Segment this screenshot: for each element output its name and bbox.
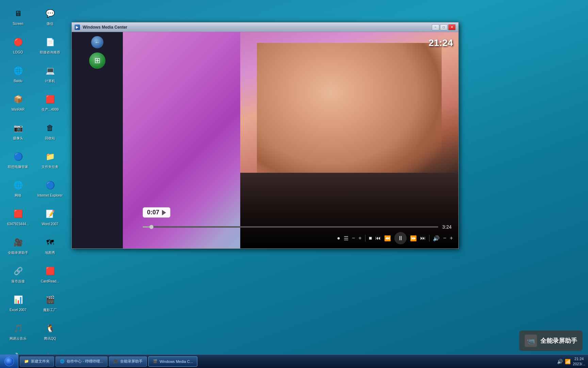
desktop-icon-doc[interactable]: 📄 联接咨询推荐 [35,31,65,59]
icon-image-doc: 📄 [43,35,57,49]
progress-bar-area[interactable]: 3:24 [143,224,452,230]
icon-image-net: 🌐 [11,179,25,192]
icon-label-app634: 6347923444... [7,222,29,226]
desktop-icon-connect[interactable]: 🔗 落市连接 [3,260,33,288]
icon-image-connect: 🔗 [11,264,25,278]
wmc-sidebar: ← ⊞ [72,32,123,248]
desktop-icon-baidu[interactable]: 🌐 Baidu [3,60,33,87]
bullet-button[interactable]: ● [337,235,340,241]
wmc-titlebar: ▶ Windows Media Center − □ ✕ [72,22,458,32]
taskbar-item-screenrec-icon: 🎥 [113,359,118,364]
rewind-button[interactable]: ⏮ [375,235,381,241]
desktop-icon-folder1[interactable]: 📁 文件夹任务 [35,146,65,173]
desktop-icon-net[interactable]: 🌐 网络 [3,174,33,202]
taskbar-tray: 🔊 📶 21:24 2023/... [554,355,588,368]
desktop-icon-map[interactable]: 🗺 地图秀 [35,232,65,259]
progress-bar-track[interactable] [143,226,438,228]
list-button[interactable]: ☰ [344,235,348,242]
wmc-body: ← ⊞ 21:24 0:07 [72,32,458,248]
tray-volume-icon: 📶 [565,359,571,364]
desktop-icon-logo[interactable]: 🔴 LOGO [3,31,33,59]
wmc-home-button[interactable]: ⊞ [89,52,105,69]
video-frame: 21:24 0:07 3:24 [123,32,458,248]
desktop-icon-word[interactable]: 📝 Word 2007 [35,203,65,230]
desktop-icon-pcmanager[interactable]: 🔵 联想电脑管家 [3,146,33,173]
icon-image-winrar: 📦 [11,93,25,106]
video-time-overlay: 21:24 [428,37,453,48]
desktop-icon-ie[interactable]: 🔵 Internet Explorer [35,174,65,202]
volume-up-button[interactable]: + [450,235,453,241]
zoom-out-button[interactable]: − [352,235,355,241]
taskbar-item-newfolder[interactable]: 📁 新建文件夹 [20,356,54,367]
desktop-icon-music163[interactable]: 🎵 网易云音乐 [3,318,33,345]
wmc-minimize-button[interactable]: − [432,24,439,30]
wmc-back-button[interactable]: ← [91,36,103,48]
taskbar-items: 📁 新建文件夹 🌐 创作中心 - 哔哩哔哩... 🎥 全能录屏助手 🎬 Wind… [18,355,554,368]
play-icon [162,210,166,215]
taskbar-item-ie-icon: 🌐 [60,359,65,364]
icon-image-app634: 🟥 [11,207,25,221]
icon-image-computer: 💻 [43,64,57,78]
desktop-icon-weixin[interactable]: 💬 微信 [35,3,65,30]
forward-button[interactable]: ⏭ [420,235,426,241]
icon-label-pcmanager: 联想电脑管家 [8,165,28,169]
icon-label-music163: 网易云音乐 [10,337,27,341]
taskbar-item-wmc-icon: 🎬 [153,359,158,364]
progress-bar-thumb[interactable] [149,225,153,229]
desktop-icons-container: 🖥 Screen 💬 微信 🔴 LOGO 📄 联接咨询推荐 🌐 Baidu 💻 … [0,0,71,286]
icon-image-music163: 🎵 [11,322,25,335]
stop-button[interactable]: ■ [369,235,372,241]
volume-icon: 🔊 [433,235,440,242]
divider-1 [365,235,365,242]
desktop-icon-qq[interactable]: 🐧 腾讯QQ [35,318,65,345]
desktop-icon-app4[interactable]: 🟥 生产...4999 [35,89,65,116]
icon-label-winrar: WinRAR [12,108,24,112]
taskbar-item-ie[interactable]: 🌐 创作中心 - 哔哩哔哩... [55,356,108,367]
desktop-icon-screen[interactable]: 🖥 Screen [3,3,33,30]
taskbar-item-wmc-label: Windows Media C... [160,359,193,364]
tray-date-display: 2023/... [573,362,585,366]
wmc-window-icon: ▶ [75,25,80,30]
icon-image-logo: 🔴 [11,35,25,49]
watermark: 📹 全能录屏助手 [519,331,583,351]
end-time-display: 3:24 [442,224,452,230]
icon-label-computer: 计算机 [45,79,55,83]
volume-down-button[interactable]: − [443,235,446,241]
taskbar: 📁 新建文件夹 🌐 创作中心 - 哔哩哔哩... 🎥 全能录屏助手 🎬 Wind… [0,354,588,368]
start-button[interactable] [0,355,18,368]
icon-image-ie: 🔵 [43,179,57,192]
desktop-icon-excel[interactable]: 📊 Excel 2007 [3,289,33,316]
taskbar-item-ie-label: 创作中心 - 哔哩哔哩... [67,359,103,364]
wmc-maximize-button[interactable]: □ [440,24,447,30]
watermark-icon: 📹 [525,335,537,347]
icon-label-cardread: CardRead... [41,279,59,283]
taskbar-item-newfolder-icon: 📁 [24,359,29,364]
icon-image-magic: 🎬 [43,293,57,307]
icon-label-excel: Excel 2007 [10,308,26,312]
desktop-icon-screenrec[interactable]: 🎥 全能录屏助手 [3,232,33,259]
desktop-icon-camera[interactable]: 📷 摄像头 [3,117,33,144]
icon-label-weixin: 微信 [47,22,53,26]
desktop-icon-magic[interactable]: 🎬 魔影工厂 [35,289,65,316]
desktop-icon-cardread[interactable]: 🟥 CardRead... [35,260,65,288]
tray-clock[interactable]: 21:24 2023/... [573,356,585,366]
icon-label-baidu: Baidu [14,79,22,83]
taskbar-item-screenrec[interactable]: 🎥 全能录屏助手 [109,356,147,367]
desktop-icon-computer[interactable]: 💻 计算机 [35,60,65,87]
icon-label-app4: 生产...4999 [42,108,59,112]
tray-time-display: 21:24 [573,356,585,361]
zoom-in-button[interactable]: + [358,235,361,241]
icon-label-net: 网络 [15,194,21,198]
wmc-close-button[interactable]: ✕ [448,24,456,30]
desktop-icon-winrar[interactable]: 📦 WinRAR [3,89,33,116]
pause-button[interactable]: ⏸ [394,232,407,244]
desktop-icon-recycle[interactable]: 🗑 回收站 [35,117,65,144]
next-button[interactable]: ⏩ [410,235,417,242]
progress-popup: 0:07 [143,207,170,218]
previous-button[interactable]: ⏪ [384,235,391,242]
watermark-text: 全能录屏助手 [540,337,577,345]
taskbar-item-wmc[interactable]: 🎬 Windows Media C... [148,356,197,367]
desktop-icon-app634[interactable]: 🟥 6347923444... [3,203,33,230]
video-area[interactable]: 21:24 0:07 3:24 [123,32,458,248]
icon-label-qq: 腾讯QQ [44,337,56,341]
